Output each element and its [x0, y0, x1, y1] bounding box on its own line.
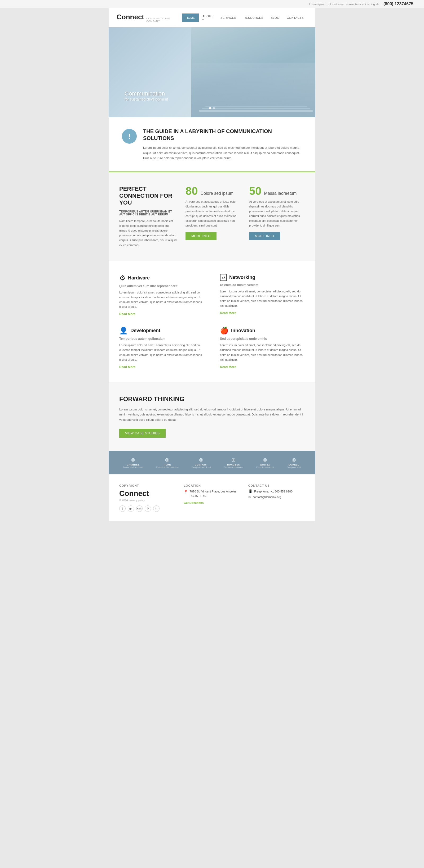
view-case-studies-btn[interactable]: View Case Studies	[119, 429, 166, 438]
freephone-label: Freephone:	[254, 490, 269, 493]
partner-pure-icon: ◎	[156, 457, 179, 463]
logo-sub: Communication Company	[146, 17, 182, 23]
feature-hardware-title: ⚙ Hardware	[119, 274, 204, 282]
nav-blog[interactable]: BLOG	[267, 13, 283, 22]
networking-read-more[interactable]: Read More	[220, 311, 236, 315]
social-icons: f g+ RSS P in	[119, 505, 176, 512]
top-bar-phone: (800) 12374675	[384, 2, 414, 6]
feature-innovation-desc: Lorem ipsum dolor sit amet, consectetur …	[220, 343, 305, 362]
feature-hardware: ⚙ Hardware Quis autem vel eum iure repre…	[119, 274, 204, 316]
phone-icon: 📱	[248, 489, 253, 493]
feature-innovation-title: 🍎 Innovation	[220, 327, 305, 335]
footer-phone-row: 📱 Freephone: +1 800 559 6980	[248, 489, 305, 493]
hero-overlay: Communication for sustained development	[124, 90, 168, 101]
nav-about[interactable]: ABOUT ▾	[199, 12, 217, 24]
header: Connect Communication Company HOME ABOUT…	[109, 8, 315, 27]
footer-contact: CONTACT US 📱 Freephone: +1 800 559 6980 …	[248, 484, 305, 512]
footer-location: LOCATION 📍 7870 St. Vincent Place, Los A…	[183, 484, 240, 512]
more-info-btn-1[interactable]: More Info	[186, 232, 217, 240]
partners-bar: ◎ CANBREE Dolore sant occaecat ◎ PURE Ex…	[109, 451, 315, 474]
forward-heading: FORWARD THINKING	[119, 395, 305, 403]
nav-services[interactable]: SERVICES	[217, 13, 240, 22]
social-facebook[interactable]: f	[119, 505, 125, 512]
feature-development-desc: Lorem ipsum dolor sit amet, consectetur …	[119, 343, 204, 362]
location-icon: 📍	[183, 489, 188, 495]
hero-dots	[209, 107, 215, 109]
stat2-desc: At vero eos et accusamus et iusto odio d…	[249, 199, 305, 228]
social-rss[interactable]: RSS	[136, 505, 143, 512]
hardware-read-more[interactable]: Read More	[119, 312, 135, 316]
footer: COPYRIGHT Connect © 2014 Privacy policy …	[109, 474, 315, 521]
partner-wintex: ◎ WINTEX Excepteur ccaecat	[256, 457, 274, 468]
features-section: ⚙ Hardware Quis autem vel eum iure repre…	[109, 261, 315, 382]
feature-networking: ⇄ Networking Ut enim ad minim veniam Lor…	[220, 274, 305, 316]
hero-image	[191, 27, 315, 117]
perfect-left: PERFECT CONNECTION FOR YOU TEMPORIBUS AU…	[119, 186, 177, 247]
footer-email-row: ✉ contact@demoink.org	[248, 495, 305, 499]
feature-hardware-name: Hardware	[128, 275, 150, 281]
social-pinterest[interactable]: P	[145, 505, 151, 512]
feature-networking-name: Networking	[229, 275, 255, 280]
feature-development-title: 👤 Development	[119, 327, 204, 335]
feature-development-name: Development	[131, 328, 160, 334]
freephone-number: +1 800 559 6980	[271, 490, 292, 493]
top-bar-lorem: Lorem ipsum dolor sit amet, consectetur …	[309, 3, 380, 6]
stat1-num: 80	[186, 185, 198, 197]
hero-title: Communication	[124, 90, 168, 97]
feature-innovation-name: Innovation	[231, 328, 255, 334]
stat2-num: 50	[249, 185, 261, 197]
partner-comfort: ◎ COMFORT Excepteur sint decat	[192, 457, 211, 468]
top-bar: Lorem ipsum dolor sit amet, consectetur …	[0, 0, 424, 8]
feature-development-subtitle: Temporibus autem quibusdam	[119, 337, 204, 341]
contact-label: CONTACT US	[248, 484, 305, 487]
hero-dot-2[interactable]	[213, 107, 215, 109]
nav-contacts[interactable]: CONTACTS	[283, 13, 307, 22]
get-directions-link[interactable]: Get Directions	[183, 501, 203, 504]
development-read-more[interactable]: Read More	[119, 365, 135, 369]
email-icon: ✉	[248, 495, 251, 499]
stat1-label: Dolore sed ipsum	[201, 191, 234, 195]
partner-burgess: ◎ BURGESS Cint occaecanament	[224, 457, 243, 468]
social-linkedin[interactable]: in	[153, 505, 160, 512]
location-label: LOCATION	[183, 484, 240, 487]
hero-section: Communication for sustained development	[109, 27, 315, 117]
partner-burgess-icon: ◎	[224, 457, 243, 463]
social-gplus[interactable]: g+	[128, 505, 134, 512]
guide-content: THE GUIDE IN A LABYRINTH OF COMMUNICATIO…	[143, 128, 302, 161]
more-info-btn-2[interactable]: More Info	[249, 232, 280, 240]
hero-dot-1[interactable]	[209, 107, 211, 109]
perfect-stat2: 50 Massa laoreetum At vero eos et accusa…	[249, 186, 305, 240]
hero-subtitle: for sustained development	[124, 97, 168, 101]
perfect-stat1: 80 Dolore sed ipsum At vero eos et accus…	[186, 186, 241, 240]
partner-comfort-icon: ◎	[192, 457, 211, 463]
forward-section: FORWARD THINKING Lorem ipsum dolor sit a…	[109, 382, 315, 451]
perfect-grid: PERFECT CONNECTION FOR YOU TEMPORIBUS AU…	[119, 186, 305, 247]
partner-wintex-icon: ◎	[256, 457, 274, 463]
innovation-icon: 🍎	[220, 327, 228, 335]
guide-section: ! THE GUIDE IN A LABYRINTH OF COMMUNICAT…	[109, 117, 315, 172]
logo: Connect Communication Company	[117, 13, 182, 23]
stat2-label: Massa laoreetum	[264, 191, 297, 195]
guide-body: Lorem ipsum dolor sit amet, consectetur …	[143, 145, 302, 161]
footer-logo: Connect	[119, 489, 176, 498]
page-wrapper: Connect Communication Company HOME ABOUT…	[109, 8, 315, 521]
logo-text: Connect	[117, 13, 144, 21]
hardware-icon: ⚙	[119, 274, 125, 282]
perfect-section: PERFECT CONNECTION FOR YOU TEMPORIBUS AU…	[109, 172, 315, 261]
feature-innovation: 🍎 Innovation Sed ut perspiciatis unde om…	[220, 327, 305, 369]
guide-heading: THE GUIDE IN A LABYRINTH OF COMMUNICATIO…	[143, 128, 302, 142]
perfect-heading: PERFECT CONNECTION FOR YOU	[119, 186, 177, 207]
development-icon: 👤	[119, 327, 128, 335]
feature-innovation-subtitle: Sed ut perspiciatis unde omnis	[220, 337, 305, 341]
nav-resources[interactable]: RESOURCES	[240, 13, 267, 22]
networking-icon: ⇄	[220, 274, 227, 281]
partner-canbree-icon: ◎	[123, 457, 143, 463]
partner-pure: ◎ PURE Excepteur sint occaecat	[156, 457, 179, 468]
nav-home[interactable]: HOME	[182, 13, 199, 22]
partner-dorell-icon: ◎	[287, 457, 301, 463]
exclaim-icon: !	[122, 129, 137, 144]
innovation-read-more[interactable]: Read More	[220, 365, 236, 369]
footer-copy: © 2014 Privacy policy	[119, 499, 176, 502]
perfect-desc: Nam libero tempore, cum soluta nobis est…	[119, 219, 177, 247]
feature-networking-desc: Lorem ipsum dolor sit amet, consectetur …	[220, 289, 305, 308]
